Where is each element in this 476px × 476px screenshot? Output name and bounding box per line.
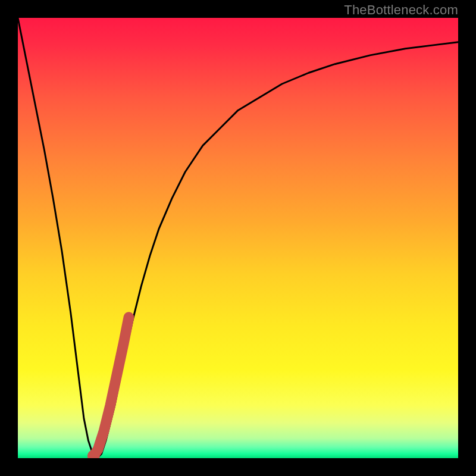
bottleneck-curve (18, 18, 458, 458)
chart-svg (18, 18, 458, 458)
watermark-text: TheBottleneck.com (344, 2, 458, 18)
chart-frame: TheBottleneck.com (0, 0, 476, 476)
plot-area (18, 18, 458, 458)
highlight-segment (93, 317, 129, 456)
